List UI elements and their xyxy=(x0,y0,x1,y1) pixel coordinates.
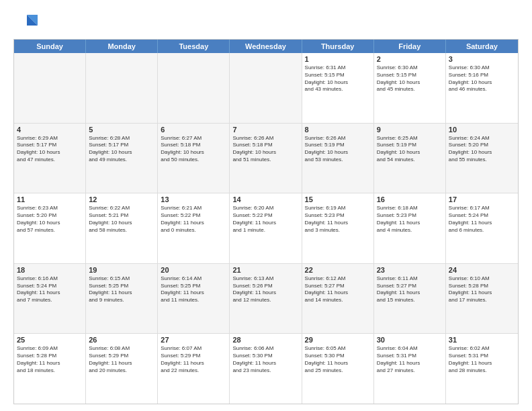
day-info: Sunrise: 6:30 AM Sunset: 5:16 PM Dayligh… xyxy=(449,64,515,93)
day-info: Sunrise: 6:06 AM Sunset: 5:30 PM Dayligh… xyxy=(232,345,298,374)
day-info: Sunrise: 6:31 AM Sunset: 5:15 PM Dayligh… xyxy=(305,64,371,93)
day-number: 1 xyxy=(305,55,371,63)
calendar-week-1: 1Sunrise: 6:31 AM Sunset: 5:15 PM Daylig… xyxy=(14,53,518,124)
calendar-cell: 6Sunrise: 6:27 AM Sunset: 5:18 PM Daylig… xyxy=(158,124,230,193)
day-number: 4 xyxy=(17,126,83,134)
calendar-cell: 31Sunrise: 6:02 AM Sunset: 5:31 PM Dayli… xyxy=(446,334,518,404)
calendar-cell: 12Sunrise: 6:22 AM Sunset: 5:21 PM Dayli… xyxy=(86,193,158,263)
day-info: Sunrise: 6:19 AM Sunset: 5:23 PM Dayligh… xyxy=(305,205,371,234)
calendar-cell: 19Sunrise: 6:15 AM Sunset: 5:25 PM Dayli… xyxy=(86,264,158,334)
day-info: Sunrise: 6:26 AM Sunset: 5:18 PM Dayligh… xyxy=(232,135,298,164)
calendar-cell: 24Sunrise: 6:10 AM Sunset: 5:28 PM Dayli… xyxy=(446,264,518,334)
day-info: Sunrise: 6:22 AM Sunset: 5:21 PM Dayligh… xyxy=(89,205,154,234)
day-info: Sunrise: 6:02 AM Sunset: 5:31 PM Dayligh… xyxy=(449,345,515,374)
day-number: 18 xyxy=(17,266,83,274)
calendar-cell: 27Sunrise: 6:07 AM Sunset: 5:29 PM Dayli… xyxy=(158,334,230,404)
calendar-cell: 7Sunrise: 6:26 AM Sunset: 5:18 PM Daylig… xyxy=(230,124,302,193)
day-info: Sunrise: 6:18 AM Sunset: 5:23 PM Dayligh… xyxy=(377,205,443,234)
day-number: 15 xyxy=(305,195,371,203)
header-day-saturday: Saturday xyxy=(446,40,518,53)
calendar-cell xyxy=(14,53,86,123)
header-day-thursday: Thursday xyxy=(302,40,374,53)
calendar-cell: 15Sunrise: 6:19 AM Sunset: 5:23 PM Dayli… xyxy=(302,193,374,263)
day-info: Sunrise: 6:28 AM Sunset: 5:17 PM Dayligh… xyxy=(89,135,154,164)
calendar-week-4: 18Sunrise: 6:16 AM Sunset: 5:24 PM Dayli… xyxy=(14,264,518,334)
day-number: 11 xyxy=(17,195,83,203)
day-number: 7 xyxy=(232,126,298,134)
day-number: 3 xyxy=(449,55,515,63)
day-number: 26 xyxy=(89,336,154,344)
day-number: 30 xyxy=(377,336,443,344)
day-info: Sunrise: 6:08 AM Sunset: 5:29 PM Dayligh… xyxy=(89,345,154,374)
calendar-cell: 22Sunrise: 6:12 AM Sunset: 5:27 PM Dayli… xyxy=(302,264,374,334)
day-number: 22 xyxy=(305,266,371,274)
page: SundayMondayTuesdayWednesdayThursdayFrid… xyxy=(0,0,532,411)
day-info: Sunrise: 6:13 AM Sunset: 5:26 PM Dayligh… xyxy=(232,275,298,304)
calendar-cell: 5Sunrise: 6:28 AM Sunset: 5:17 PM Daylig… xyxy=(86,124,158,193)
calendar-cell: 14Sunrise: 6:20 AM Sunset: 5:22 PM Dayli… xyxy=(230,193,302,263)
header xyxy=(13,11,519,35)
calendar-cell: 21Sunrise: 6:13 AM Sunset: 5:26 PM Dayli… xyxy=(230,264,302,334)
header-day-tuesday: Tuesday xyxy=(158,40,230,53)
calendar-cell: 23Sunrise: 6:11 AM Sunset: 5:27 PM Dayli… xyxy=(374,264,446,334)
calendar-cell: 11Sunrise: 6:23 AM Sunset: 5:20 PM Dayli… xyxy=(14,193,86,263)
calendar: SundayMondayTuesdayWednesdayThursdayFrid… xyxy=(13,39,519,404)
day-number: 23 xyxy=(377,266,443,274)
day-info: Sunrise: 6:23 AM Sunset: 5:20 PM Dayligh… xyxy=(17,205,83,234)
day-number: 2 xyxy=(377,55,443,63)
calendar-header: SundayMondayTuesdayWednesdayThursdayFrid… xyxy=(14,40,518,53)
day-info: Sunrise: 6:05 AM Sunset: 5:30 PM Dayligh… xyxy=(305,345,371,374)
calendar-cell xyxy=(158,53,230,123)
day-number: 24 xyxy=(449,266,515,274)
day-info: Sunrise: 6:27 AM Sunset: 5:18 PM Dayligh… xyxy=(161,135,226,164)
day-info: Sunrise: 6:11 AM Sunset: 5:27 PM Dayligh… xyxy=(377,275,443,304)
day-info: Sunrise: 6:07 AM Sunset: 5:29 PM Dayligh… xyxy=(161,345,226,374)
calendar-cell: 1Sunrise: 6:31 AM Sunset: 5:15 PM Daylig… xyxy=(302,53,374,123)
header-day-sunday: Sunday xyxy=(14,40,86,53)
day-info: Sunrise: 6:20 AM Sunset: 5:22 PM Dayligh… xyxy=(232,205,298,234)
day-number: 28 xyxy=(232,336,298,344)
day-number: 9 xyxy=(377,126,443,134)
day-number: 25 xyxy=(17,336,83,344)
calendar-cell: 20Sunrise: 6:14 AM Sunset: 5:25 PM Dayli… xyxy=(158,264,230,334)
calendar-body: 1Sunrise: 6:31 AM Sunset: 5:15 PM Daylig… xyxy=(14,53,518,404)
day-info: Sunrise: 6:26 AM Sunset: 5:19 PM Dayligh… xyxy=(305,135,371,164)
day-info: Sunrise: 6:15 AM Sunset: 5:25 PM Dayligh… xyxy=(89,275,154,304)
day-info: Sunrise: 6:09 AM Sunset: 5:28 PM Dayligh… xyxy=(17,345,83,374)
calendar-week-3: 11Sunrise: 6:23 AM Sunset: 5:20 PM Dayli… xyxy=(14,193,518,264)
day-number: 14 xyxy=(232,195,298,203)
calendar-cell xyxy=(86,53,158,123)
calendar-cell: 26Sunrise: 6:08 AM Sunset: 5:29 PM Dayli… xyxy=(86,334,158,404)
day-info: Sunrise: 6:30 AM Sunset: 5:15 PM Dayligh… xyxy=(377,64,443,93)
calendar-week-2: 4Sunrise: 6:29 AM Sunset: 5:17 PM Daylig… xyxy=(14,124,518,194)
day-number: 6 xyxy=(161,126,226,134)
calendar-cell: 8Sunrise: 6:26 AM Sunset: 5:19 PM Daylig… xyxy=(302,124,374,193)
day-number: 20 xyxy=(161,266,226,274)
calendar-cell: 29Sunrise: 6:05 AM Sunset: 5:30 PM Dayli… xyxy=(302,334,374,404)
logo xyxy=(13,11,42,35)
day-info: Sunrise: 6:29 AM Sunset: 5:17 PM Dayligh… xyxy=(17,135,83,164)
day-number: 8 xyxy=(305,126,371,134)
calendar-cell: 4Sunrise: 6:29 AM Sunset: 5:17 PM Daylig… xyxy=(14,124,86,193)
day-number: 5 xyxy=(89,126,154,134)
day-number: 10 xyxy=(449,126,515,134)
day-number: 21 xyxy=(232,266,298,274)
header-day-friday: Friday xyxy=(374,40,446,53)
day-info: Sunrise: 6:25 AM Sunset: 5:19 PM Dayligh… xyxy=(377,135,443,164)
day-info: Sunrise: 6:16 AM Sunset: 5:24 PM Dayligh… xyxy=(17,275,83,304)
day-number: 12 xyxy=(89,195,154,203)
calendar-cell: 17Sunrise: 6:17 AM Sunset: 5:24 PM Dayli… xyxy=(446,193,518,263)
day-info: Sunrise: 6:24 AM Sunset: 5:20 PM Dayligh… xyxy=(449,135,515,164)
day-info: Sunrise: 6:10 AM Sunset: 5:28 PM Dayligh… xyxy=(449,275,515,304)
calendar-cell: 18Sunrise: 6:16 AM Sunset: 5:24 PM Dayli… xyxy=(14,264,86,334)
day-number: 27 xyxy=(161,336,226,344)
day-info: Sunrise: 6:14 AM Sunset: 5:25 PM Dayligh… xyxy=(161,275,226,304)
logo-icon xyxy=(13,11,38,35)
calendar-cell: 16Sunrise: 6:18 AM Sunset: 5:23 PM Dayli… xyxy=(374,193,446,263)
calendar-cell: 30Sunrise: 6:04 AM Sunset: 5:31 PM Dayli… xyxy=(374,334,446,404)
day-number: 19 xyxy=(89,266,154,274)
calendar-week-5: 25Sunrise: 6:09 AM Sunset: 5:28 PM Dayli… xyxy=(14,334,518,404)
calendar-cell: 28Sunrise: 6:06 AM Sunset: 5:30 PM Dayli… xyxy=(230,334,302,404)
day-number: 31 xyxy=(449,336,515,344)
calendar-cell xyxy=(230,53,302,123)
